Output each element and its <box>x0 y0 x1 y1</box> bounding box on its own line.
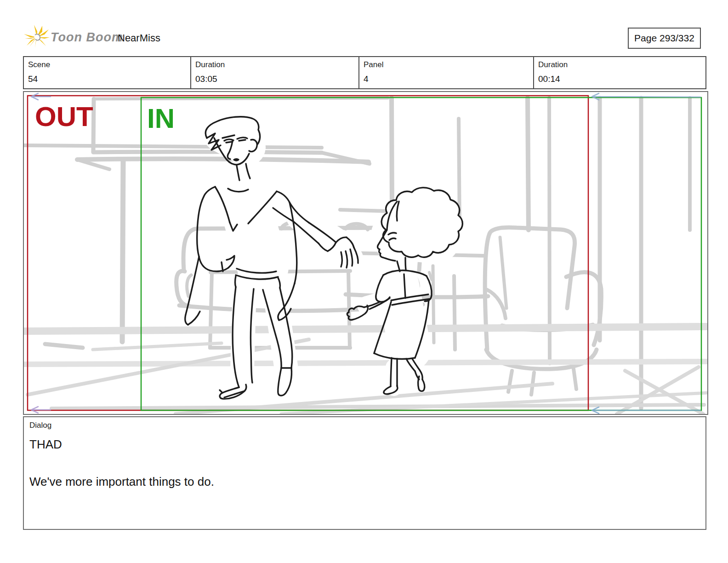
dialog-section: Dialog THAD We've more important things … <box>23 416 706 530</box>
brand-text: Toon Boom <box>51 30 123 45</box>
panel-duration-label: Duration <box>538 60 705 70</box>
project-title: NearMiss <box>118 32 160 44</box>
scene-duration-label: Duration <box>195 60 358 70</box>
page-number-box: Page 293/332 <box>628 28 701 49</box>
panel-value: 4 <box>364 74 533 84</box>
scene-value: 54 <box>28 74 190 84</box>
info-cell-panel: Panel 4 <box>359 57 534 88</box>
panel-duration-value: 00:14 <box>538 74 705 84</box>
storyboard-pdf-page: Toon Boom NearMiss Page 293/332 Scene 54… <box>0 0 728 563</box>
info-cell-scene-duration: Duration 03:05 <box>191 57 359 88</box>
toonboom-logo-icon <box>24 25 50 50</box>
camera-out-label: OUT <box>35 103 93 131</box>
dialog-line-text: We've more important things to do. <box>29 475 700 489</box>
background-set-sketch <box>24 98 707 414</box>
dialog-section-label: Dialog <box>29 421 700 430</box>
dialog-character-name: THAD <box>29 437 700 452</box>
character-backing <box>222 133 436 391</box>
panel-label: Panel <box>364 60 533 70</box>
storyboard-artwork <box>24 92 707 414</box>
panel-info-table: Scene 54 Duration 03:05 Panel 4 Duration… <box>23 56 706 89</box>
scene-label: Scene <box>28 60 190 70</box>
info-cell-panel-duration: Duration 00:14 <box>534 57 705 88</box>
scene-duration-value: 03:05 <box>195 74 358 84</box>
camera-in-label: IN <box>147 105 175 132</box>
storyboard-panel-image: OUT IN <box>23 91 708 415</box>
info-cell-scene: Scene 54 <box>24 57 191 88</box>
